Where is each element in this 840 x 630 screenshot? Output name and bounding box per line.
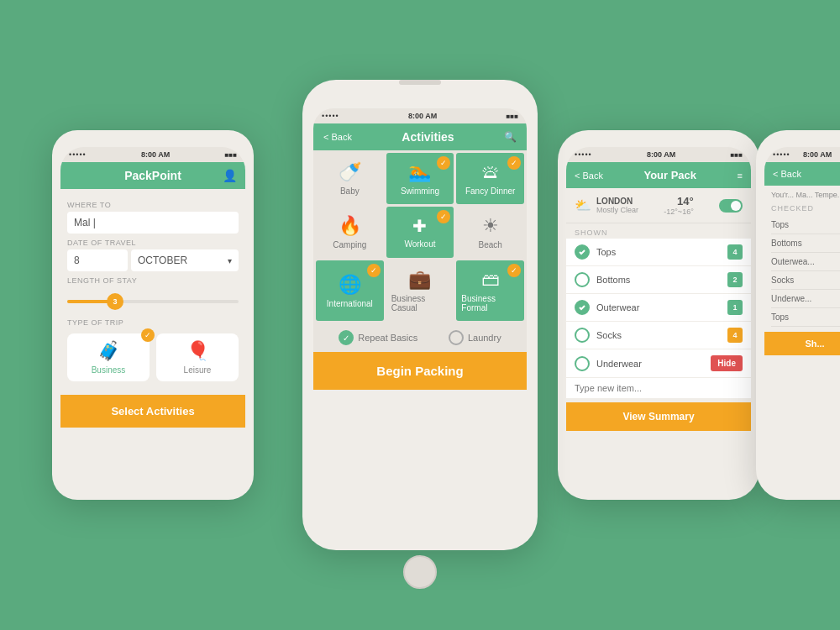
packpoint-title: PackPoint bbox=[124, 169, 181, 182]
business-label: Business bbox=[92, 365, 126, 375]
right-item-tops2: Tops bbox=[771, 308, 840, 327]
activity-tile-swimming[interactable]: ✓ 🏊 Swimming bbox=[386, 153, 454, 204]
date-label: DATE OF TRAVEL bbox=[67, 239, 239, 247]
length-label: LENGTH OF STAY bbox=[67, 276, 239, 285]
yourpack-back-button[interactable]: < Back bbox=[575, 171, 603, 181]
activity-tile-beach[interactable]: ☀ Beach bbox=[456, 207, 524, 258]
pack-item-bottoms[interactable]: Bottoms 2 bbox=[566, 266, 751, 294]
trip-type-business[interactable]: ✓ 🧳 Business bbox=[67, 333, 150, 381]
workout-check: ✓ bbox=[437, 210, 450, 223]
camping-icon: 🔥 bbox=[339, 215, 361, 237]
business-formal-icon: 🗃 bbox=[481, 269, 500, 291]
weather-icon: ⛅ bbox=[575, 197, 591, 213]
right-footer-btn[interactable]: Sh... bbox=[764, 332, 840, 355]
right-item-socks: Socks bbox=[771, 271, 840, 290]
hide-button[interactable]: Hide bbox=[711, 355, 743, 371]
signal-dots-2: ••••• bbox=[322, 112, 339, 120]
select-activities-button[interactable]: Select Activities bbox=[60, 395, 245, 428]
swimming-label: Swimming bbox=[401, 186, 439, 196]
socks-check-circle bbox=[575, 328, 590, 343]
back-button[interactable]: < Back bbox=[323, 132, 352, 142]
activity-tile-business-casual[interactable]: 💼 Business Casual bbox=[386, 260, 454, 321]
phone-speaker bbox=[399, 80, 441, 85]
battery-1: ■■■ bbox=[224, 151, 237, 159]
begin-packing-button[interactable]: Begin Packing bbox=[313, 352, 527, 390]
baby-icon: 🍼 bbox=[339, 161, 361, 183]
swimming-check: ✓ bbox=[437, 156, 450, 170]
activity-tile-workout[interactable]: ✓ ✚ Workout bbox=[386, 207, 454, 258]
baby-label: Baby bbox=[340, 186, 360, 196]
shown-section-label: SHOWN bbox=[566, 223, 751, 239]
date-month-input[interactable]: OCTOBER ▾ bbox=[131, 249, 239, 271]
right-item-bottoms: Bottoms bbox=[771, 234, 840, 253]
menu-icon[interactable]: ≡ bbox=[738, 171, 743, 181]
length-slider[interactable]: 3 bbox=[67, 291, 239, 312]
activity-tile-fancy-dinner[interactable]: ✓ 🛎 Fancy Dinner bbox=[456, 153, 524, 204]
date-day-input[interactable]: 8 bbox=[67, 249, 128, 271]
leisure-icon: 🎈 bbox=[186, 340, 209, 362]
business-casual-label: Business Casual bbox=[391, 294, 449, 312]
signal-dots-4: ••••• bbox=[773, 150, 790, 159]
tops-check-circle bbox=[575, 244, 590, 260]
temperature-toggle[interactable] bbox=[719, 199, 743, 213]
trip-type-leisure[interactable]: 🎈 Leisure bbox=[156, 333, 239, 381]
socks-count: 4 bbox=[727, 328, 743, 343]
leisure-label: Leisure bbox=[184, 365, 212, 375]
weather-strip: ⛅ LONDON Mostly Clear 14° -12°~16° bbox=[566, 188, 751, 223]
where-to-input[interactable]: Mal | bbox=[67, 212, 239, 234]
time-3: 8:00 AM bbox=[647, 150, 675, 159]
slider-track bbox=[67, 300, 239, 303]
chevron-down-icon: ▾ bbox=[228, 256, 232, 265]
international-icon: 🌐 bbox=[339, 274, 361, 296]
date-day-value: 8 bbox=[74, 255, 80, 266]
tops-count: 4 bbox=[727, 244, 743, 260]
status-bar-2: ••••• 8:00 AM ■■■ bbox=[313, 108, 527, 123]
packpoint-body: WHERE TO Mal | DATE OF TRAVEL 8 OCTOBER … bbox=[60, 189, 245, 388]
pack-item-socks[interactable]: Socks 4 bbox=[566, 322, 751, 349]
weather-info: LONDON Mostly Clear bbox=[596, 197, 638, 214]
fancy-dinner-label: Fancy Dinner bbox=[465, 186, 515, 196]
view-summary-button[interactable]: View Summary bbox=[566, 402, 751, 431]
new-item-field[interactable] bbox=[575, 383, 743, 393]
workout-label: Workout bbox=[404, 239, 435, 249]
search-icon[interactable]: 🔍 bbox=[504, 131, 517, 143]
where-to-label: WHERE TO bbox=[67, 201, 239, 209]
right-item-underwear: Underwe... bbox=[771, 290, 840, 308]
slider-thumb[interactable]: 3 bbox=[107, 293, 123, 310]
scene: ••••• 8:00 AM ■■■ PackPoint 👤 WHERE TO M… bbox=[0, 0, 840, 630]
pack-item-tops-left: Tops bbox=[575, 244, 616, 260]
signal-dots-1: ••••• bbox=[69, 150, 87, 159]
yourpack-title: Your Pack bbox=[643, 169, 696, 181]
slider-value: 3 bbox=[113, 297, 117, 306]
weather-temp: 14° bbox=[664, 195, 693, 207]
activity-tile-international[interactable]: ✓ 🌐 International bbox=[316, 260, 384, 321]
activity-tile-baby[interactable]: 🍼 Baby bbox=[316, 153, 384, 204]
rightpack-back-button[interactable]: < Back bbox=[773, 169, 801, 179]
time-1: 8:00 AM bbox=[141, 150, 170, 159]
where-to-value: Mal | bbox=[74, 217, 96, 228]
swimming-icon: 🏊 bbox=[408, 161, 431, 183]
fancy-dinner-check: ✓ bbox=[507, 156, 521, 170]
underwear-check-circle bbox=[575, 356, 590, 371]
status-bar-1: ••••• 8:00 AM ■■■ bbox=[60, 147, 245, 162]
time-2: 8:00 AM bbox=[408, 112, 437, 120]
rightpack-header: < Back bbox=[764, 162, 840, 186]
activity-tile-camping[interactable]: 🔥 Camping bbox=[316, 207, 384, 258]
pack-item-underwear[interactable]: Underwear Hide bbox=[566, 349, 751, 378]
repeat-basics-label: Repeat Basics bbox=[358, 333, 417, 343]
repeat-basics-check-icon: ✓ bbox=[339, 330, 354, 345]
user-icon[interactable]: 👤 bbox=[223, 169, 237, 182]
yourpack-header: < Back Your Pack ≡ bbox=[566, 162, 751, 188]
repeat-basics-checkbox[interactable]: ✓ Repeat Basics bbox=[339, 330, 417, 345]
new-item-input[interactable] bbox=[566, 378, 751, 399]
beach-label: Beach bbox=[478, 240, 501, 249]
laundry-checkbox[interactable]: Laundry bbox=[449, 330, 501, 345]
home-button[interactable] bbox=[403, 555, 437, 589]
pack-item-tops[interactable]: Tops 4 bbox=[566, 239, 751, 266]
activity-tile-business-formal[interactable]: ✓ 🗃 Business Formal bbox=[456, 260, 524, 321]
business-casual-icon: 💼 bbox=[408, 269, 431, 291]
rightpack-info: You'r... Ma... Tempe... bbox=[771, 191, 840, 199]
weather-city: LONDON bbox=[596, 197, 638, 206]
phone-yourpack: ••••• 8:00 AM ■■■ < Back Your Pack ≡ ⛅ L… bbox=[558, 130, 759, 500]
pack-item-outerwear[interactable]: Outerwear 1 bbox=[566, 294, 751, 322]
